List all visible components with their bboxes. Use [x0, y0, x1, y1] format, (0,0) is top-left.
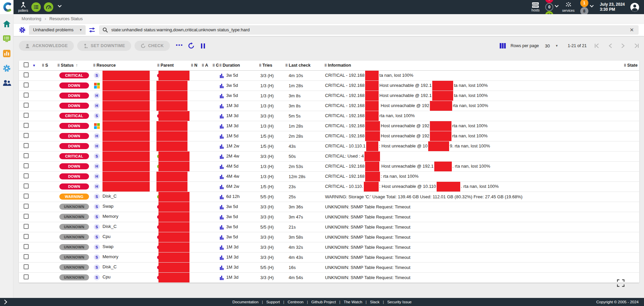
performance-graph-icon[interactable]: [220, 184, 224, 189]
resource-cell[interactable]: SSwap: [92, 202, 156, 212]
table-row[interactable]: UNKNOWNSDisk_C3w 5d5/5 (H)21sUNKNOWN: SN…: [19, 222, 639, 232]
resource-cell[interactable]: S: [92, 70, 156, 80]
parent-cell[interactable]: [156, 192, 190, 202]
resource-cell[interactable]: SCpu: [92, 272, 156, 282]
column-drag-handle-icon[interactable]: ⠿: [285, 64, 288, 67]
column-header-n[interactable]: ⠿N: [190, 61, 201, 70]
row-checkbox[interactable]: [24, 93, 29, 98]
sidebar-item-home[interactable]: [2, 20, 11, 28]
column-drag-handle-icon[interactable]: ⠿: [219, 64, 222, 67]
table-row[interactable]: DOWN1M 3d1/3 (H)1m 28sCRITICAL - 192.168…: [19, 121, 639, 131]
column-header-state[interactable]: ⠿State: [623, 61, 639, 70]
row-checkbox[interactable]: [24, 72, 29, 77]
row-checkbox[interactable]: [24, 224, 29, 229]
performance-graph-icon[interactable]: [220, 114, 224, 118]
performance-graph-icon[interactable]: [220, 73, 224, 78]
resource-cell[interactable]: SMemory: [92, 212, 156, 222]
resource-cell[interactable]: H: [92, 171, 156, 181]
table-row[interactable]: DOWN3w 5d1/3 (H)1m 28sCRITICAL - 192.168…: [19, 80, 639, 91]
parent-cell[interactable]: [156, 141, 190, 151]
resource-cell[interactable]: H: [92, 161, 156, 171]
centreon-logo[interactable]: [0, 0, 13, 14]
resource-cell[interactable]: SSwap: [92, 242, 156, 252]
clear-search-icon[interactable]: ✕: [628, 27, 635, 33]
parent-cell[interactable]: [156, 232, 190, 242]
filter-preset-select[interactable]: Unhandled problems ▼: [29, 25, 86, 35]
table-row[interactable]: DOWNH1M 5d1/5 (H)2m 28sCRITICAL - 192.16…: [19, 131, 639, 141]
table-row[interactable]: DOWNH6M 2w1/5 (H)23sCRITICAL - 10.110.: …: [19, 181, 639, 192]
column-header-g[interactable]: ⠿G: [212, 61, 218, 70]
sort-ascending-icon[interactable]: ↑: [76, 63, 78, 68]
resource-cell[interactable]: H: [92, 141, 156, 151]
resource-cell[interactable]: H: [92, 91, 156, 101]
parent-cell[interactable]: [156, 101, 190, 111]
fullscreen-icon[interactable]: [617, 279, 624, 287]
performance-graph-icon[interactable]: [220, 134, 224, 139]
row-checkbox[interactable]: [24, 103, 29, 108]
refresh-button[interactable]: [188, 42, 195, 49]
resource-cell[interactable]: SDisk_C: [92, 192, 156, 202]
hosts-pending-count-badge[interactable]: 0: [545, 3, 553, 11]
parent-cell[interactable]: [156, 181, 190, 192]
parent-cell[interactable]: [156, 272, 190, 282]
column-drag-handle-icon[interactable]: ⠿: [191, 64, 193, 67]
column-header-a[interactable]: ⠿A: [201, 61, 212, 70]
column-drag-handle-icon[interactable]: ⠿: [42, 64, 44, 67]
rows-per-page-select[interactable]: 30 ▼: [545, 43, 558, 48]
services-chevron-down-icon[interactable]: [590, 4, 593, 7]
performance-graph-icon[interactable]: [220, 225, 224, 230]
column-header-s[interactable]: ⠿S: [40, 61, 57, 70]
parent-cell[interactable]: [156, 91, 190, 101]
performance-graph-icon[interactable]: [220, 205, 224, 209]
performance-graph-icon[interactable]: [220, 124, 224, 129]
user-avatar[interactable]: [630, 3, 639, 12]
pause-autorefresh-button[interactable]: [201, 43, 205, 49]
performance-graph-icon[interactable]: [220, 235, 224, 240]
acknowledge-button[interactable]: ACKNOWLEDGE: [19, 41, 74, 51]
footer-link-documentation[interactable]: Documentation: [232, 300, 258, 304]
table-row[interactable]: CRITICALS3w 5d3/3 (H)4m 10sCRITICAL - 19…: [19, 70, 639, 80]
performance-graph-icon[interactable]: [220, 154, 224, 159]
performance-graph-icon[interactable]: [220, 104, 224, 108]
footer-link-security-issue[interactable]: Security Issue: [387, 300, 411, 304]
column-header-tries[interactable]: ⠿Tries: [258, 61, 285, 70]
column-header-last-check[interactable]: ⠿Last check: [285, 61, 324, 70]
column-drag-handle-icon[interactable]: ⠿: [624, 64, 626, 67]
table-row[interactable]: DOWNH4M 5d1/3 (H)2m 53sCRITICAL - 192.16…: [19, 161, 639, 171]
performance-graph-icon[interactable]: [220, 83, 224, 88]
row-checkbox[interactable]: [24, 133, 29, 138]
poller-list-button[interactable]: [31, 2, 41, 12]
row-checkbox[interactable]: [24, 163, 29, 168]
filter-settings-gear-icon[interactable]: [19, 27, 26, 33]
first-page-button[interactable]: [594, 43, 599, 48]
column-drag-handle-icon[interactable]: ⠿: [57, 64, 60, 67]
footer-link-support[interactable]: Support: [266, 300, 280, 304]
hosts-chevron-down-icon[interactable]: [555, 4, 559, 7]
last-page-button[interactable]: [634, 43, 639, 48]
performance-graph-icon[interactable]: [220, 144, 224, 149]
column-drag-handle-icon[interactable]: ⠿: [324, 64, 327, 67]
performance-graph-icon[interactable]: [220, 195, 224, 199]
sidebar-item-monitoring[interactable]: [2, 34, 11, 43]
resource-cell[interactable]: H: [92, 101, 156, 111]
table-row[interactable]: CRITICALS1M 3d3/3 (H)5m 5sCRITICAL - 192…: [19, 111, 639, 121]
resource-cell[interactable]: SMemory: [92, 252, 156, 262]
row-checkbox[interactable]: [24, 82, 29, 88]
table-row[interactable]: UNKNOWNSDisk_C1M 3d5/5 (H)16sUNKNOWN: SN…: [19, 262, 639, 272]
parent-cell[interactable]: [156, 202, 190, 212]
footer-link-centreon[interactable]: Centreon: [288, 300, 303, 304]
previous-page-button[interactable]: [608, 43, 612, 48]
parent-cell[interactable]: [156, 212, 190, 222]
parent-cell[interactable]: [156, 131, 190, 141]
performance-graph-icon[interactable]: [220, 164, 224, 169]
table-row[interactable]: UNKNOWNSSwap3w 5d3/3 (H)3m 36sUNKNOWN: S…: [19, 202, 639, 212]
performance-graph-icon[interactable]: [220, 255, 224, 260]
resource-cell[interactable]: S: [92, 111, 156, 121]
parent-cell[interactable]: [156, 111, 190, 121]
row-checkbox[interactable]: [24, 153, 29, 158]
parent-cell[interactable]: [156, 171, 190, 181]
table-row[interactable]: UNKNOWNSCpu3w 5d3/3 (H)3m 58sUNKNOWN: SN…: [19, 232, 639, 242]
row-checkbox[interactable]: [24, 194, 29, 199]
parent-cell[interactable]: [156, 151, 190, 161]
row-checkbox[interactable]: [24, 113, 29, 118]
